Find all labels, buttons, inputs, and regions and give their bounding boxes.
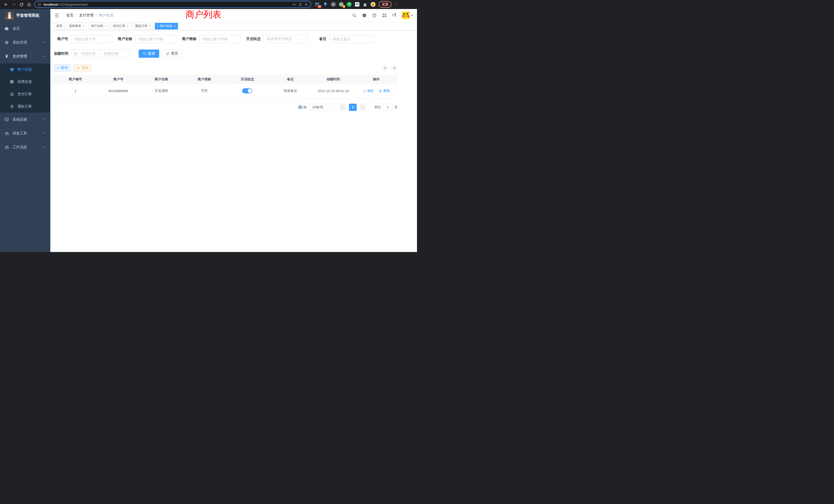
screen: localhost :1024/pay/merchant 10 ⌘ 1 [0,0,417,252]
show-search-toggle-button[interactable] [381,64,388,71]
sidebar-item-label: 研发工具 [13,131,27,136]
sidebar-item-merchant-info[interactable]: 商户信息 [0,63,50,76]
column-header: 商户简称 [183,75,226,84]
sidebar-item-label: 系统管理 [13,40,27,45]
column-header: 创建时间 [312,75,355,84]
close-icon[interactable]: × [105,24,107,28]
tab-user-group[interactable]: 用户分组 × [89,23,109,29]
status-select[interactable]: 请选择开启状态 [263,35,308,43]
share-icon[interactable] [299,3,302,6]
url-bar[interactable]: localhost :1024/pay/merchant [35,1,311,8]
header-search-button[interactable] [352,13,357,18]
end-date-input[interactable] [102,51,121,56]
delete-link-label: 删除 [383,89,390,93]
export-button[interactable]: 导出 [73,64,92,71]
tab-merchant-info[interactable]: ● 商户信息 × [155,23,178,29]
extensions-puzzle-icon[interactable] [363,2,368,7]
sidebar-item-payment[interactable]: ¥ 支付管理 [0,49,50,63]
github-link-button[interactable] [362,13,367,18]
reset-button[interactable]: 重置 [162,49,182,58]
tab-process-form[interactable]: 流程表单 × [66,23,87,29]
help-icon [372,13,377,18]
browser-menu-icon[interactable]: ⋮ [394,2,398,7]
refresh-table-button[interactable] [391,64,398,71]
sidebar-item-label: 工作流程 [13,145,27,150]
sidebar: 芋道管理系统 首页 ⚙ 系统管理 ¥ 支付管理 [0,9,50,252]
yen-circle-icon [9,92,14,96]
breadcrumb-item-payment[interactable]: 支付管理 [79,13,93,18]
font-size-button[interactable]: TT [392,13,396,18]
search-button[interactable]: 搜索 [139,49,159,58]
extension-y-icon[interactable]: Y [347,2,352,7]
sidebar-logo[interactable]: 芋道管理系统 [0,9,50,22]
close-icon[interactable]: × [149,24,151,28]
page-number-1[interactable]: 1 [349,104,357,111]
briefcase-icon [4,145,9,150]
close-icon[interactable]: × [174,24,176,28]
sidebar-collapse-button[interactable] [54,13,60,18]
short-name-input[interactable] [199,35,241,43]
browser-update-button[interactable]: 更新 [379,1,392,8]
full-name-input[interactable] [135,35,176,43]
sidebar-item-pay-order[interactable]: 支付订单 [0,88,50,100]
fullscreen-icon [382,13,387,18]
browser-forward-button[interactable] [10,1,18,8]
extension-axure-icon[interactable]: 10 [315,2,320,7]
bookmark-star-icon[interactable] [304,3,308,6]
create-time-range-picker[interactable]: - [71,49,131,58]
filter-label: 商户全称 [118,37,132,41]
edit-link[interactable]: 修改 [363,89,374,93]
chevron-down-icon [302,38,305,41]
browser-home-button[interactable] [25,1,33,8]
password-key-icon[interactable] [292,3,296,6]
help-button[interactable] [372,13,377,18]
page-size-select[interactable]: 10条/页 [309,104,334,111]
sidebar-item-workflow[interactable]: 工作流程 [0,140,50,154]
breadcrumb-item-home[interactable]: 首页 [66,13,73,18]
merchant-no-input[interactable] [71,35,112,43]
extension-kite-icon[interactable] [323,2,328,7]
font-size-big-glyph: T [394,13,396,18]
sidebar-item-app-info[interactable]: 应用信息 [0,76,50,88]
cell-short-name: 芋艿 [183,84,226,98]
next-page-button[interactable]: › [360,104,366,111]
sidebar-item-label: 基础设施 [13,117,27,122]
start-date-input[interactable] [79,51,98,56]
cell-remark: 我是备注 [269,84,312,98]
status-toggle[interactable] [242,88,253,93]
extension-command-icon[interactable]: ⌘ [331,2,336,7]
close-icon[interactable]: × [127,24,129,28]
delete-link[interactable]: 删除 [379,89,390,93]
tab-home[interactable]: 首页 [54,23,65,29]
close-icon[interactable]: × [83,24,85,28]
cell-actions: 修改 删除 [355,84,398,98]
tab-refund-order[interactable]: 退款订单 × [133,23,153,29]
profile-avatar[interactable] [371,2,376,7]
remark-input[interactable] [329,35,375,43]
breadcrumb-item-merchant: 商户信息 [99,13,113,18]
range-separator: - [99,51,101,56]
extension-recorder-icon[interactable]: 1 [339,2,344,7]
user-menu[interactable]: ▾ [402,12,413,19]
sidebar-item-devtools[interactable]: 研发工具 [0,127,50,140]
document-icon [9,105,14,109]
yen-icon: ¥ [4,54,9,59]
site-info-icon[interactable] [38,3,41,6]
goto-page-input[interactable] [383,104,392,111]
browser-refresh-button[interactable] [18,1,25,8]
extension-chat-icon[interactable] [355,2,360,7]
add-button[interactable]: + 新增 [54,64,71,71]
tab-pay-order[interactable]: 支付订单 × [111,23,131,29]
filter-create-time: 创建时间 - [54,49,131,58]
sidebar-item-system[interactable]: ⚙ 系统管理 [0,36,50,49]
sidebar-item-home[interactable]: 首页 [0,22,50,36]
table-toolbar: + 新增 导出 [54,64,398,71]
prev-page-button[interactable]: ‹ [340,104,346,111]
chevron-down-icon [43,41,46,45]
sidebar-item-infrastructure[interactable]: 基础设施 [0,113,50,127]
monitor-icon [4,117,9,122]
sidebar-item-refund-order[interactable]: 退款订单 [0,100,50,113]
fullscreen-button[interactable] [382,13,387,18]
edit-pencil-icon [363,89,366,93]
browser-back-button[interactable] [2,1,10,8]
